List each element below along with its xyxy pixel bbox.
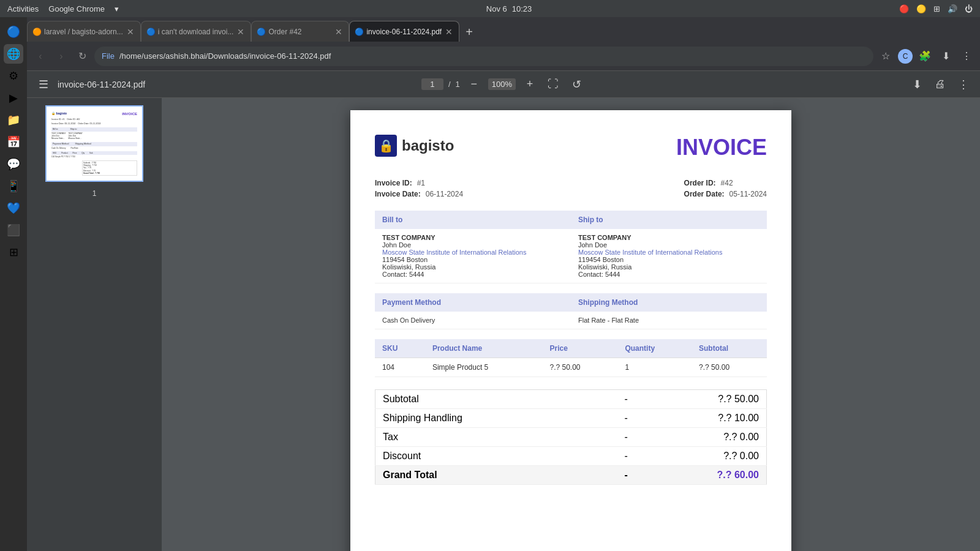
topbar-dropdown-icon[interactable]: ▾ xyxy=(115,4,119,13)
power-icon[interactable]: ⏻ xyxy=(965,4,973,13)
order-date-value: 05-11-2024 xyxy=(729,190,767,198)
invoice-title: INVOICE xyxy=(676,135,767,160)
product-table-head: SKU Product Name Price Quantity Subtotal xyxy=(375,339,767,358)
sticky-note-icon[interactable]: 🟡 xyxy=(916,4,926,13)
ship-company: TEST COMPANY xyxy=(578,234,760,241)
browser-name-label[interactable]: Google Chrome xyxy=(48,4,105,13)
bill-address3: Koliswiski, Russia xyxy=(382,263,564,271)
notification-icon[interactable]: 🔴 xyxy=(899,4,909,13)
pdf-print-button[interactable]: 🖨 xyxy=(931,75,949,94)
totals-subtotal-value: ?.? 50.00 xyxy=(635,390,767,409)
th-sku: SKU xyxy=(375,339,425,358)
tab-bar: 🟠 laravel / bagisto-adorn... ✕ 🔵 i can't… xyxy=(27,17,980,42)
totals-tax-label: Tax xyxy=(375,428,594,447)
dock-icon-settings[interactable]: ⚙ xyxy=(4,66,23,86)
pdf-rotate-button[interactable]: ↺ xyxy=(567,75,586,94)
totals-shipping-label: Shipping Handling xyxy=(375,409,594,428)
pdf-total-pages: 1 xyxy=(456,80,460,89)
back-button[interactable]: ‹ xyxy=(32,48,49,65)
date-label: Nov 6 xyxy=(486,4,507,13)
th-subtotal: Subtotal xyxy=(692,339,767,358)
activities-label[interactable]: Activities xyxy=(7,4,39,13)
payment-shipping-data: Cash On Delivery Flat Rate - Flat Rate xyxy=(375,312,767,329)
tab-laravel[interactable]: 🟠 laravel / bagisto-adorn... ✕ xyxy=(27,21,141,42)
bookmark-icon[interactable]: ☆ xyxy=(877,48,894,65)
dock-icon-whatsapp[interactable]: 📱 xyxy=(4,176,23,196)
pdf-fit-page-button[interactable]: ⛶ xyxy=(544,75,562,94)
pdf-page-input[interactable] xyxy=(421,78,443,90)
dock-icon-chat[interactable]: 💬 xyxy=(4,154,23,174)
dock-icon-calendar[interactable]: 📅 xyxy=(4,132,23,152)
totals-tax-sep: - xyxy=(594,428,635,447)
pdf-thumb-page-num: 1 xyxy=(92,189,97,198)
pdf-zoom-out-button[interactable]: − xyxy=(465,75,483,94)
td-quantity: 1 xyxy=(617,358,692,377)
order-date-row: Order Date: 05-11-2024 xyxy=(684,190,767,198)
td-price: ?.? 50.00 xyxy=(542,358,617,377)
invoice-logo: 🔒 bagisto xyxy=(375,135,454,157)
pdf-filename: invoice-06-11-2024.pdf xyxy=(58,80,145,89)
tab-close-order[interactable]: ✕ xyxy=(334,26,344,38)
tab-cant-download[interactable]: 🔵 i can't download invoi... ✕ xyxy=(141,21,252,42)
tab-order[interactable]: 🔵 Order #42 ✕ xyxy=(251,21,349,42)
order-id-row: Order ID: #42 xyxy=(684,179,767,187)
invoice-id-label: Invoice ID: xyxy=(375,179,412,187)
product-table-body: 104 Simple Product 5 ?.? 50.00 1 ?.? 50.… xyxy=(375,358,767,377)
invoice-meta: Invoice ID: #1 Invoice Date: 06-11-2024 … xyxy=(375,179,767,198)
invoice-id-value: #1 xyxy=(417,179,425,187)
pdf-zoom-in-button[interactable]: + xyxy=(521,75,539,94)
totals-subtotal-sep: - xyxy=(594,390,635,409)
bill-ship-header-row: Bill to Ship to xyxy=(375,211,767,229)
pdf-thumbnail-1[interactable]: 🔒 bagisto INVOICE Invoice ID: #1 Order I… xyxy=(45,105,143,182)
totals-shipping-row: Shipping Handling - ?.? 10.00 xyxy=(375,409,767,428)
profile-icon[interactable]: C xyxy=(898,49,913,64)
ship-to-data: TEST COMPANY John Doe Moscow State Insti… xyxy=(571,229,767,283)
tab-favicon-laravel: 🟠 xyxy=(32,28,42,36)
bill-to-data: TEST COMPANY John Doe Moscow State Insti… xyxy=(375,229,571,283)
payment-shipping-section: Payment Method Shipping Method Cash On D… xyxy=(375,293,767,329)
extension-icon[interactable]: 🧩 xyxy=(916,48,933,65)
new-tab-button[interactable]: + xyxy=(459,22,479,42)
tab-close-invoice[interactable]: ✕ xyxy=(444,26,454,38)
volume-icon[interactable]: 🔊 xyxy=(948,4,957,13)
payment-method-value: Cash On Delivery xyxy=(375,312,571,329)
dock-icon-terminal[interactable]: ⬛ xyxy=(4,220,23,240)
totals-shipping-sep: - xyxy=(594,409,635,428)
bill-ship-section: Bill to Ship to TEST COMPANY John Doe Mo… xyxy=(375,211,767,283)
totals-discount-row: Discount - ?.? 0.00 xyxy=(375,447,767,466)
pdf-download-button[interactable]: ⬇ xyxy=(908,75,926,94)
tab-title-invoice: invoice-06-11-2024.pdf xyxy=(366,28,442,36)
dock-icon-files[interactable]: 📁 xyxy=(4,110,23,130)
tab-invoice[interactable]: 🔵 invoice-06-11-2024.pdf ✕ xyxy=(349,21,459,42)
totals-shipping-value: ?.? 10.00 xyxy=(635,409,767,428)
ship-address3: Koliswiski, Russia xyxy=(578,263,760,271)
url-text: /home/users/ashish.bhai/Downloads/invoic… xyxy=(119,51,331,61)
totals-grand-total-row: Grand Total - ?.? 60.00 xyxy=(375,466,767,485)
address-input-container[interactable]: File /home/users/ashish.bhai/Downloads/i… xyxy=(94,47,873,66)
bill-address2: 119454 Boston xyxy=(382,256,564,263)
dock-icon-browser[interactable]: 🌐 xyxy=(4,44,23,64)
dock-icon-apps[interactable]: ⊞ xyxy=(4,242,23,262)
tab-close-laravel[interactable]: ✕ xyxy=(126,26,135,38)
menu-icon[interactable]: ⋮ xyxy=(958,48,975,65)
pdf-sidebar-toggle[interactable]: ☰ xyxy=(34,75,53,94)
totals-discount-value: ?.? 0.00 xyxy=(635,447,767,466)
pdf-main-view[interactable]: 🔒 bagisto INVOICE Invoice ID: #1 xyxy=(162,98,980,551)
dock-icon-home[interactable]: 🔵 xyxy=(4,22,23,42)
pdf-more-button[interactable]: ⋮ xyxy=(954,75,973,94)
invoice-date-label: Invoice Date: xyxy=(375,190,421,198)
bill-ship-data-row: TEST COMPANY John Doe Moscow State Insti… xyxy=(375,229,767,283)
dock-icon-youtube[interactable]: ▶ xyxy=(4,88,23,108)
chrome-window: 🟠 laravel / bagisto-adorn... ✕ 🔵 i can't… xyxy=(27,17,980,551)
refresh-button[interactable]: ↻ xyxy=(74,48,91,65)
invoice-meta-left: Invoice ID: #1 Invoice Date: 06-11-2024 xyxy=(375,179,463,198)
download-icon[interactable]: ⬇ xyxy=(937,48,954,65)
ship-address1: Moscow State Institute of International … xyxy=(578,249,760,256)
invoice-meta-right: Order ID: #42 Order Date: 05-11-2024 xyxy=(684,179,767,198)
network-icon[interactable]: ⊞ xyxy=(933,4,940,13)
ship-to-header: Ship to xyxy=(571,211,767,229)
tab-close-cant-download[interactable]: ✕ xyxy=(236,26,246,38)
totals-discount-sep: - xyxy=(594,447,635,466)
dock-icon-vscode[interactable]: 💙 xyxy=(4,198,23,218)
forward-button[interactable]: › xyxy=(53,48,70,65)
